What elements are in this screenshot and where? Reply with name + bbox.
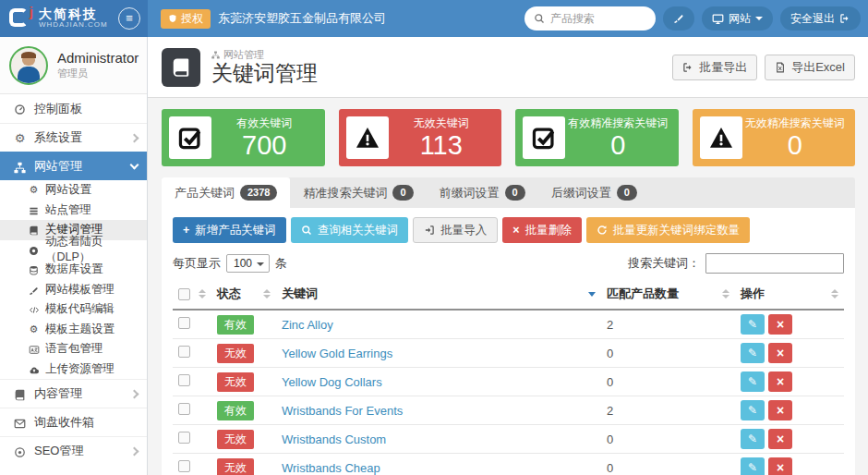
- keyword-link[interactable]: Zinc Alloy: [282, 318, 333, 332]
- sidebar-item-seo-management[interactable]: SEO管理: [0, 436, 147, 465]
- batch-export-button[interactable]: 批量导出: [672, 55, 757, 80]
- edit-button[interactable]: ✎: [741, 314, 765, 335]
- header-operations[interactable]: 操作: [735, 279, 844, 310]
- logout-button[interactable]: 安全退出: [780, 6, 861, 30]
- row-checkbox[interactable]: [178, 374, 190, 386]
- delete-button[interactable]: ×: [768, 314, 792, 335]
- bulk-action-button[interactable]: + 新增产品关键词: [173, 217, 286, 243]
- sidebar-item-dashboard[interactable]: 控制面板: [0, 94, 147, 123]
- tab[interactable]: 前缀词设置 0: [427, 177, 538, 208]
- header-status[interactable]: 状态: [211, 279, 276, 310]
- product-search-input[interactable]: [550, 12, 643, 25]
- tab-count-badge: 2378: [240, 185, 277, 201]
- export-icon: [682, 62, 693, 73]
- submenu-item-website-settings[interactable]: ⚙网站设置: [0, 180, 147, 201]
- gear-icon: ⚙: [28, 323, 40, 335]
- submenu-item-upload-resources[interactable]: 上传资源管理: [0, 359, 147, 380]
- submenu-item-template-theme-settings[interactable]: ⚙模板主题设置: [0, 320, 147, 340]
- header-select[interactable]: [173, 279, 211, 310]
- user-name: Administrator: [57, 50, 139, 67]
- header-keyword[interactable]: 关键词: [276, 279, 601, 310]
- action-label: 批量删除: [525, 223, 572, 238]
- delete-button[interactable]: ×: [768, 343, 792, 363]
- chevron-icon: [130, 446, 139, 456]
- edit-button[interactable]: ✎: [741, 429, 765, 449]
- submenu-item-language-pack[interactable]: 语言包管理: [0, 339, 147, 359]
- theme-brush-button[interactable]: [663, 6, 694, 30]
- book-icon: [13, 386, 27, 400]
- target-icon: [13, 444, 27, 457]
- delete-button[interactable]: ×: [768, 400, 792, 420]
- shield-icon: [168, 14, 177, 23]
- tab-count-badge: 0: [505, 185, 525, 201]
- match-count: 0: [607, 461, 613, 475]
- main-content: 网站管理 关键词管理 批量导出 导出Excel 有效关键词: [148, 37, 868, 475]
- bulk-action-button[interactable]: 查询相关关键词: [291, 217, 409, 243]
- sort-icon: [199, 289, 206, 298]
- edit-button[interactable]: ✎: [741, 371, 765, 392]
- user-panel: Administrator 管理员: [0, 37, 147, 94]
- keyword-link[interactable]: Wristbands Cheap: [282, 461, 380, 475]
- website-menu-button[interactable]: 网站: [702, 6, 773, 30]
- check-square-icon: [178, 126, 202, 150]
- header-match-count[interactable]: 匹配产品数量: [601, 279, 735, 310]
- keyword-link[interactable]: Wristbands Custom: [282, 432, 386, 446]
- chevron-icon: [130, 133, 139, 142]
- stat-card: 无效关键词 113: [339, 109, 502, 166]
- bulk-action-button[interactable]: × 批量删除: [502, 217, 581, 243]
- edit-button[interactable]: ✎: [741, 400, 765, 420]
- keyword-link[interactable]: Yellow Gold Earrings: [282, 347, 392, 360]
- stat-card: 有效精准搜索关键词 0: [515, 109, 679, 166]
- chevron-down-icon: [257, 262, 264, 266]
- row-checkbox[interactable]: [178, 432, 190, 444]
- keyword-link[interactable]: Yellow Dog Collars: [282, 375, 382, 389]
- action-icon: [597, 225, 608, 236]
- stat-card: 无效精准搜索关键词 0: [693, 109, 856, 166]
- action-icon: ×: [512, 224, 519, 237]
- status-badge: 无效: [217, 430, 254, 449]
- tab-bar: 产品关键词 2378 精准搜索关键词 0 前缀词设置 0 后缀词设置 0: [162, 177, 855, 208]
- license-info: 授权 东莞济安塑胶五金制品有限公司: [161, 9, 386, 29]
- tab[interactable]: 产品关键词 2378: [162, 177, 290, 208]
- circle-d-icon: [28, 244, 40, 256]
- bulk-action-button[interactable]: 批量导入: [413, 217, 498, 243]
- edit-button[interactable]: ✎: [741, 457, 765, 475]
- match-count: 0: [607, 432, 613, 446]
- sidebar-toggle-button[interactable]: ≡: [118, 7, 140, 30]
- sidebar-item-content-management[interactable]: 内容管理: [0, 379, 147, 408]
- edit-button[interactable]: ✎: [741, 343, 765, 363]
- sidebar-item-system-settings[interactable]: ⚙ 系统设置: [0, 123, 147, 152]
- submenu-item-dlp[interactable]: 动态着陆页（DLP）: [0, 240, 147, 261]
- select-all-checkbox[interactable]: [178, 288, 190, 300]
- keyword-search-input[interactable]: [705, 253, 844, 274]
- sidebar-item-inquiry-inbox[interactable]: 询盘收件箱: [0, 408, 147, 436]
- action-icon: +: [183, 224, 189, 237]
- row-checkbox[interactable]: [178, 403, 190, 415]
- delete-button[interactable]: ×: [768, 371, 792, 392]
- submenu-item-template-code-editor[interactable]: 模板代码编辑: [0, 299, 147, 320]
- tab[interactable]: 精准搜索关键词 0: [290, 177, 426, 208]
- tab[interactable]: 后缀词设置 0: [538, 177, 650, 208]
- status-badge: 无效: [217, 458, 254, 475]
- export-excel-button[interactable]: 导出Excel: [765, 55, 855, 80]
- database-icon: [28, 263, 40, 275]
- cogs-icon: ⚙: [28, 184, 40, 196]
- sidebar-item-website-management[interactable]: 网站管理: [0, 152, 147, 180]
- table-row: 无效 Wristbands Custom 0 ✎ ×: [173, 425, 844, 454]
- submenu-item-site-management[interactable]: 站点管理: [0, 201, 147, 221]
- submenu-item-template-management[interactable]: 网站模板管理: [0, 280, 147, 300]
- delete-button[interactable]: ×: [768, 457, 792, 475]
- keyword-link[interactable]: Wristbands For Events: [282, 404, 403, 418]
- delete-button[interactable]: ×: [768, 429, 792, 449]
- brush-icon: [673, 13, 684, 24]
- row-checkbox[interactable]: [178, 346, 190, 358]
- row-checkbox[interactable]: [178, 317, 190, 329]
- status-badge: 无效: [217, 372, 254, 392]
- bulk-action-button[interactable]: 批量更新关键词绑定数量: [586, 217, 751, 243]
- check-square-icon: [532, 126, 556, 150]
- language-icon: [28, 343, 40, 355]
- per-page-select[interactable]: 100: [226, 254, 270, 273]
- excel-file-icon: [775, 62, 786, 73]
- action-icon: [424, 225, 435, 236]
- row-checkbox[interactable]: [178, 460, 190, 472]
